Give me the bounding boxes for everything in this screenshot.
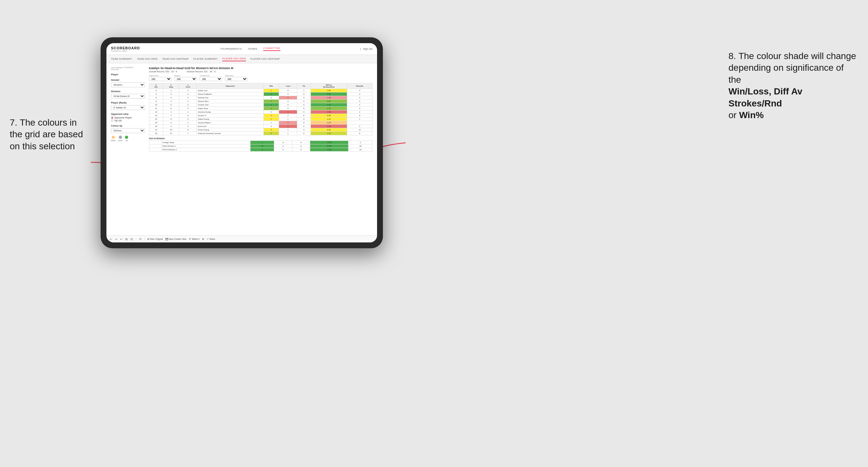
table-row: 3.33	[311, 107, 347, 110]
table-row: 7	[163, 114, 179, 118]
table-row: 0	[274, 148, 292, 152]
table-row: 3	[347, 96, 373, 100]
table-row: 7	[179, 132, 197, 135]
table-row: 2	[179, 125, 197, 128]
radio-top100[interactable]: Top 100	[111, 119, 145, 122]
legend-up-circle	[125, 136, 128, 139]
undo-icon[interactable]: ↩	[110, 238, 112, 241]
table-row: 1	[279, 125, 297, 128]
conference-select[interactable]: (All)	[199, 77, 222, 81]
table-row: 3	[149, 89, 163, 93]
main-content: Last Updated: 27/03/2024 16:55:38 Player…	[106, 63, 377, 235]
copy-icon[interactable]: ⊞	[125, 238, 128, 241]
redo-icon[interactable]: ↪	[115, 238, 118, 241]
filter-opponent: Opponent (All)	[225, 75, 248, 81]
sub-nav-player-h2h-grid[interactable]: PLAYER H2H GRID	[222, 57, 246, 61]
table-row: 0	[297, 125, 311, 128]
table-row: 2	[348, 141, 373, 145]
table-row	[149, 145, 162, 148]
table-row: 2	[163, 93, 179, 96]
nav-teams[interactable]: TEAMS	[248, 48, 257, 50]
watch-btn[interactable]: 👁 Watch ▾	[189, 238, 199, 241]
sub-nav-player-h2h-heatmap[interactable]: PLAYER H2H HEATMAP	[250, 57, 280, 61]
out-of-division-header: Out of division	[149, 137, 373, 139]
radio-dot-1	[111, 117, 113, 119]
opponent-select[interactable]: (All)	[225, 77, 248, 81]
nav-tournaments[interactable]: TOURNAMENTS	[220, 48, 242, 50]
region-select[interactable]: (All)	[174, 77, 197, 81]
table-row: 2	[163, 125, 179, 128]
table-row	[149, 148, 162, 152]
annotation-left-text: 7. The colours in the grid are based on …	[10, 118, 83, 151]
grid-record: Overall Record: 353 - 34 - 6 Division Re…	[149, 70, 373, 73]
table-row: 5	[250, 148, 274, 152]
share-btn[interactable]: ↗ Share	[207, 238, 215, 241]
sub-nav-team-summary[interactable]: TEAM SUMMARY	[111, 57, 132, 61]
sign-out-link[interactable]: Sign out	[363, 48, 373, 50]
table-row: 0	[292, 141, 310, 145]
table-row: Alexis Sudjianto	[197, 93, 264, 96]
nav-committee[interactable]: COMMITTEE	[263, 47, 280, 51]
table-row: 4	[347, 103, 373, 107]
table-row: 4	[347, 118, 373, 121]
table-row: 3	[179, 103, 197, 107]
colour-by-label: Colour by	[111, 124, 145, 127]
sub-nav-player-summary[interactable]: PLAYER SUMMARY	[193, 57, 218, 61]
table-row: 1	[297, 89, 311, 93]
division-label: Division	[111, 90, 145, 93]
table-row: 0	[297, 132, 311, 135]
table-row: NAIA Division 1	[161, 145, 250, 148]
table-row: 0	[297, 103, 311, 107]
table-row: 10	[163, 128, 179, 132]
table-row: 1	[264, 93, 279, 96]
col-tie: Tie	[297, 84, 311, 89]
paste-icon[interactable]: ⊟	[130, 238, 133, 241]
legend-down-text: Down	[111, 139, 116, 142]
table-row: 3	[163, 121, 179, 125]
table-row: 2	[347, 125, 373, 128]
table-row: 1.50	[311, 89, 347, 93]
table-row: 0	[297, 121, 311, 125]
table-row: 11	[347, 128, 373, 132]
layout-btn[interactable]: ⊞	[202, 238, 204, 241]
division-select[interactable]: NCAA Division III	[111, 94, 145, 99]
sub-nav-team-h2h-heatmap[interactable]: TEAM H2H HEATMAP	[162, 57, 189, 61]
save-custom-btn[interactable]: 💾 Save Custom View	[165, 238, 187, 241]
table-row: 7.400	[310, 148, 348, 152]
opponent-view-section: Opponent view Opponents Played Top 100	[111, 113, 145, 122]
table-row: 0	[297, 100, 311, 103]
table-row: Esther Lee	[197, 89, 264, 93]
table-row: 1	[264, 100, 279, 103]
colour-by-select[interactable]: Win/loss	[111, 128, 145, 133]
table-row: 0	[279, 103, 297, 107]
table-row: 4.00	[311, 103, 347, 107]
player-rank-select[interactable]: 8. Katelyn Vo	[111, 105, 145, 110]
table-row: 9	[149, 100, 163, 103]
table-row	[149, 141, 162, 145]
opponent-view-label: Opponent view	[111, 113, 145, 116]
legend: Down Level Up	[111, 136, 145, 142]
table-row: 0.38	[311, 114, 347, 118]
table-row: 4	[347, 89, 373, 93]
sub-nav-team-h2h-grid[interactable]: TEAM H2H GRID	[137, 57, 158, 61]
table-row: 4	[179, 100, 197, 103]
col-rounds: Rounds	[347, 84, 373, 89]
table-row: 1	[163, 110, 179, 114]
table-row: 3	[347, 93, 373, 96]
table-row: Foreign Team	[161, 141, 250, 145]
nav-right: | Sign out	[361, 48, 373, 50]
step-back-icon[interactable]: ↩	[120, 238, 123, 241]
table-row: 1	[179, 110, 197, 114]
table-row: 1	[179, 121, 197, 125]
view-original-btn[interactable]: ⊞ View: Original	[147, 238, 163, 241]
table-row: 2	[179, 93, 197, 96]
player-rank-label: Player (Rank)	[111, 101, 145, 104]
table-row: 0	[274, 145, 292, 148]
table-row: 0	[279, 107, 297, 110]
table-row: 20	[149, 132, 163, 135]
opponents-select[interactable]: (All)	[149, 77, 172, 81]
refresh-icon[interactable]: ⟳	[139, 238, 142, 241]
gender-select[interactable]: Women's	[111, 83, 145, 87]
radio-opponents-played[interactable]: Opponents Played	[111, 117, 145, 119]
filter-region: Region (All)	[174, 75, 197, 81]
